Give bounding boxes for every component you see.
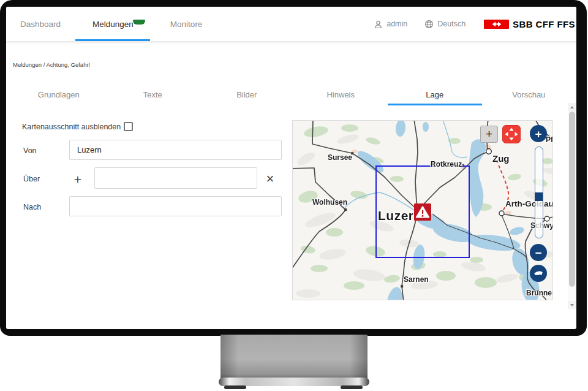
add-via-button[interactable]: +: [70, 172, 85, 186]
tab-grundlagen[interactable]: Grundlagen: [12, 87, 106, 105]
nav-item-dashboard[interactable]: Dashboard: [20, 7, 61, 41]
breadcrumb[interactable]: Meldungen / Achtung, Gefahr!: [13, 61, 90, 68]
place-label-sarnen: Sarnen: [404, 275, 429, 284]
tab-texte[interactable]: Texte: [106, 87, 200, 105]
layer-add-button[interactable]: +: [480, 126, 498, 143]
user-menu[interactable]: admin: [374, 20, 407, 29]
place-label-pfaeffikon: Pfäffikon: [546, 135, 553, 144]
hide-map-label: Kartenausschnitt ausblenden: [22, 123, 121, 131]
clear-via-button[interactable]: ×: [263, 172, 277, 186]
plus-icon: +: [486, 127, 492, 141]
place-label-rotkreuz: Rotkreuz: [431, 160, 462, 169]
place-label-zug: Zug: [492, 153, 510, 164]
scroll-down-button[interactable]: [568, 301, 576, 309]
place-label-brunnen: Brunnen: [526, 289, 553, 297]
von-input[interactable]: [69, 140, 282, 160]
editor-tabs: Grundlagen Texte Bilder Hinweis Lage Vor…: [12, 87, 576, 105]
user-label: admin: [386, 20, 407, 28]
nav-item-monitore[interactable]: Monitore: [170, 7, 203, 41]
zoom-in-button[interactable]: +: [530, 125, 547, 142]
person-icon: [374, 20, 383, 29]
globe-icon: [424, 20, 434, 29]
sbb-arrows-icon: [484, 20, 509, 29]
nav-right-group: admin Deutsch SBB CFF FFS: [374, 7, 575, 41]
tab-bilder[interactable]: Bilder: [200, 87, 294, 105]
switzerland-icon: [532, 267, 545, 280]
monitor-foot-left: [224, 385, 246, 389]
von-label: Von: [23, 146, 37, 155]
language-label: Deutsch: [437, 20, 466, 28]
warning-icon: [414, 203, 431, 221]
place-label-arth-goldau: Arth-Goldau: [505, 199, 553, 208]
pan-mode-button[interactable]: [502, 125, 521, 143]
monitor-stand-neck: [221, 335, 368, 379]
brand-label: SBB CFF FFS: [513, 19, 575, 29]
plus-icon: +: [535, 128, 541, 140]
brand-logo[interactable]: SBB CFF FFS: [484, 19, 575, 29]
nav-item-meldungen[interactable]: Meldungen: [92, 7, 134, 41]
scroll-up-button[interactable]: [568, 103, 576, 111]
zoom-slider[interactable]: [535, 146, 543, 238]
place-label-wolhusen: Wolhusen: [312, 198, 347, 207]
zoom-slider-handle[interactable]: [535, 192, 543, 201]
ueber-label: Über: [23, 175, 40, 183]
monitor-foot-right: [341, 385, 363, 389]
hide-map-checkbox[interactable]: [124, 122, 133, 131]
monitor-stand-base: [219, 378, 369, 386]
ueber-input[interactable]: [94, 167, 257, 189]
content-scrollbar[interactable]: [568, 103, 576, 309]
app-screen: Dashboard Meldungen Monitore admin: [6, 7, 576, 329]
nach-input[interactable]: [69, 196, 282, 216]
danger-warning-marker[interactable]: [414, 203, 431, 221]
tab-lage[interactable]: Lage: [388, 87, 482, 105]
nach-label: Nach: [23, 203, 41, 211]
notification-badge: [133, 20, 145, 25]
scrollbar-thumb[interactable]: [569, 112, 575, 287]
plus-icon: +: [74, 173, 81, 186]
nav-left-group: Dashboard Meldungen Monitore: [20, 7, 202, 41]
tab-vorschau[interactable]: Vorschau: [482, 87, 576, 105]
chevron-down-icon: [570, 304, 574, 306]
chevron-up-icon: [570, 106, 574, 108]
move-arrows-icon: [503, 126, 519, 142]
minus-icon: −: [535, 247, 541, 259]
top-nav-bar: Dashboard Meldungen Monitore admin: [6, 7, 576, 42]
close-icon: ×: [266, 172, 274, 186]
switzerland-extent-button[interactable]: [530, 265, 547, 282]
language-menu[interactable]: Deutsch: [424, 20, 466, 29]
place-label-sursee: Sursee: [328, 153, 352, 162]
tab-hinweis[interactable]: Hinweis: [294, 87, 388, 105]
zoom-out-button[interactable]: −: [530, 244, 547, 261]
map-panel[interactable]: Sursee Wolhusen Rotkreuz Zug Luzern Arth…: [292, 120, 553, 300]
